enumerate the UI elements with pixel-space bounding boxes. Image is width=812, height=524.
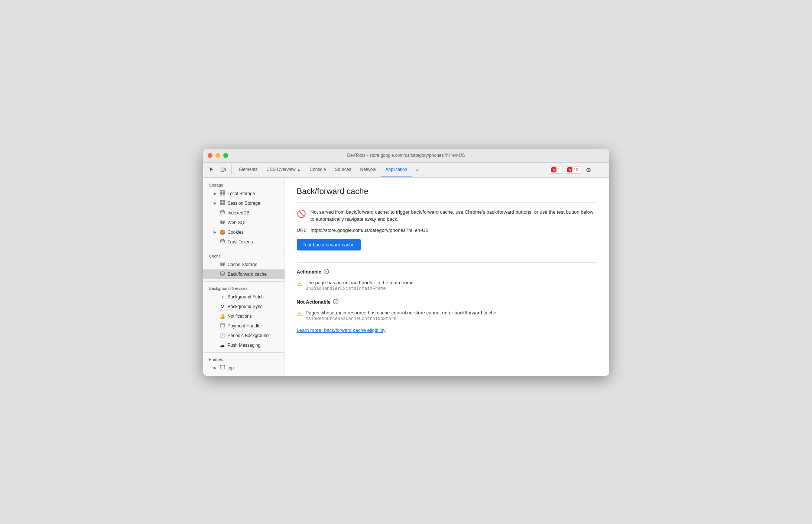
- payment-handler-icon: [220, 323, 225, 329]
- storage-section-label: Storage: [203, 181, 285, 189]
- not-actionable-help-icon[interactable]: ?: [333, 299, 338, 305]
- settings-button[interactable]: ⚙: [583, 165, 594, 175]
- toolbar-icons: [206, 165, 232, 175]
- local-storage-icon: [220, 190, 225, 197]
- session-storage-label: Session Storage: [228, 201, 260, 206]
- expand-arrow-icon: ▶: [214, 191, 217, 195]
- web-sql-icon: [220, 219, 225, 226]
- periodic-bg-label: Periodic Background: [228, 333, 269, 338]
- svg-point-14: [221, 239, 224, 241]
- svg-text:?: ?: [325, 270, 328, 274]
- svg-point-12: [221, 210, 224, 212]
- device-toggle-icon[interactable]: [218, 165, 228, 175]
- tab-elements[interactable]: Elements: [235, 163, 262, 177]
- minimize-button[interactable]: [215, 153, 220, 158]
- svg-rect-7: [220, 200, 225, 205]
- sidebar-item-cookies[interactable]: ▶ 🍪 Cookies: [203, 227, 285, 237]
- svg-rect-17: [220, 324, 225, 327]
- close-button[interactable]: [208, 153, 212, 158]
- divider-3: [203, 352, 285, 353]
- sidebar-item-bg-sync[interactable]: ▶ ↻ Background Sync: [203, 302, 285, 311]
- sidebar-item-bf-cache[interactable]: ▶ Back/forward cache: [203, 269, 285, 279]
- maximize-button[interactable]: [223, 153, 228, 158]
- tab-sources[interactable]: Sources: [331, 163, 356, 177]
- bg-sync-label: Background Sync: [228, 304, 263, 309]
- web-sql-label: Web SQL: [228, 220, 247, 225]
- learn-more-link[interactable]: Learn more: back/forward cache eligibili…: [297, 327, 597, 333]
- svg-text:?: ?: [335, 300, 337, 304]
- svg-point-16: [221, 272, 224, 273]
- window-controls: [208, 153, 228, 158]
- notifications-label: Notifications: [228, 314, 252, 319]
- warning-icon-2: ⚠: [297, 310, 302, 317]
- cursor-icon[interactable]: [206, 165, 217, 175]
- url-label: URL:: [297, 227, 308, 233]
- tab-css-overview[interactable]: CSS Overview ▲: [262, 163, 305, 177]
- sidebar-item-push-messaging[interactable]: ▶ ☁ Push Messaging: [203, 340, 285, 350]
- window-title: DevTools - store.google.com/us/category/…: [347, 153, 465, 158]
- svg-rect-0: [221, 168, 224, 172]
- warning-content-2: Pages whose main resource has cache-cont…: [306, 310, 498, 321]
- svg-rect-2: [220, 191, 225, 195]
- expand-arrow-icon: ▶: [214, 201, 217, 205]
- sidebar-item-web-sql[interactable]: ▶ Web SQL: [203, 218, 285, 227]
- not-served-icon: 🚫: [297, 209, 306, 218]
- tab-console[interactable]: Console: [305, 163, 330, 177]
- tab-more[interactable]: »: [412, 163, 423, 177]
- sidebar-item-session-storage[interactable]: ▶ Session Storage: [203, 198, 285, 208]
- bf-cache-icon: [220, 271, 225, 277]
- devtools-toolbar: Elements CSS Overview ▲ Console Sources …: [203, 163, 609, 178]
- periodic-bg-icon: 🕐: [220, 333, 225, 338]
- error-count-badge[interactable]: ✕ 1: [549, 166, 562, 174]
- push-messaging-icon: ☁: [220, 342, 225, 348]
- sidebar-item-local-storage[interactable]: ▶ Local Storage: [203, 189, 285, 198]
- push-messaging-label: Push Messaging: [228, 343, 261, 348]
- info-message-box: 🚫 Not served from back/forward cache: to…: [297, 208, 597, 223]
- actionable-help-icon[interactable]: ?: [324, 269, 329, 275]
- actionable-section-title: Actionable ?: [297, 269, 597, 275]
- sidebar-item-payment-handler[interactable]: ▶ Payment Handler: [203, 321, 285, 331]
- sidebar-item-top-frame[interactable]: ▶ top: [203, 363, 285, 373]
- devtools-window: DevTools - store.google.com/us/category/…: [203, 149, 609, 376]
- svg-rect-1: [224, 169, 225, 171]
- main-content: Back/forward cache 🚫 Not served from bac…: [285, 178, 609, 376]
- warning-count-badge[interactable]: ✕ 10: [565, 166, 581, 174]
- tab-network[interactable]: Network: [356, 163, 381, 177]
- sidebar: Storage ▶ Local Storage ▶: [203, 178, 285, 376]
- warning-icon-1: ⚠: [297, 280, 302, 287]
- sidebar-item-cache-storage[interactable]: ▶ Cache Storage: [203, 260, 285, 269]
- middle-divider: [297, 262, 597, 263]
- bg-services-label: Background Services: [203, 284, 285, 292]
- sidebar-item-bg-fetch[interactable]: ▶ ↕ Background Fetch: [203, 292, 285, 302]
- bg-sync-icon: ↻: [220, 304, 225, 309]
- svg-point-13: [221, 220, 224, 221]
- bf-cache-label: Back/forward cache: [228, 272, 267, 277]
- error-x-icon: ✕: [551, 167, 556, 172]
- frames-section-label: Frames: [203, 355, 285, 363]
- cache-storage-label: Cache Storage: [228, 262, 257, 267]
- warning-code-2: MainResourceHasCacheControlNoStore: [306, 316, 498, 321]
- bg-fetch-label: Background Fetch: [228, 294, 264, 300]
- svg-rect-19: [220, 365, 225, 369]
- notifications-icon: 🔔: [220, 313, 225, 319]
- warning-desc-1: The page has an unload handler in the ma…: [306, 280, 415, 285]
- sidebar-item-trust-tokens[interactable]: ▶ Trust Tokens: [203, 237, 285, 247]
- svg-point-15: [221, 262, 224, 263]
- local-storage-label: Local Storage: [228, 191, 255, 196]
- tab-application[interactable]: Application: [381, 163, 412, 177]
- expand-arrow-icon: ▶: [214, 366, 217, 370]
- more-options-button[interactable]: ⋮: [596, 165, 606, 175]
- warning-content-1: The page has an unload handler in the ma…: [306, 280, 415, 291]
- toolbar-tabs: Elements CSS Overview ▲ Console Sources …: [235, 163, 549, 177]
- top-divider: [297, 202, 597, 203]
- sidebar-item-indexeddb[interactable]: ▶ IndexedDB: [203, 208, 285, 218]
- trust-tokens-label: Trust Tokens: [228, 239, 253, 245]
- test-bf-cache-button[interactable]: Test back/forward cache: [297, 239, 361, 250]
- warning-desc-2: Pages whose main resource has cache-cont…: [306, 310, 498, 316]
- sidebar-item-notifications[interactable]: ▶ 🔔 Notifications: [203, 311, 285, 321]
- sidebar-item-periodic-bg[interactable]: ▶ 🕐 Periodic Background: [203, 331, 285, 340]
- trust-tokens-icon: [220, 239, 225, 245]
- session-storage-icon: [220, 200, 225, 206]
- cache-section-label: Cache: [203, 252, 285, 260]
- top-frame-icon: [220, 365, 225, 371]
